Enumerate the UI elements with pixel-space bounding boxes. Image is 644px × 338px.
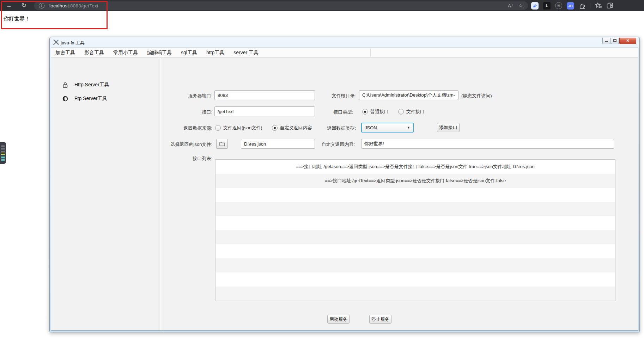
radio-file-api[interactable] bbox=[398, 109, 404, 115]
data-type-combobox[interactable]: JSON ▼ bbox=[361, 123, 414, 133]
api-list-label: 接口列表: bbox=[156, 155, 212, 162]
add-api-button[interactable]: 添加接口 bbox=[437, 123, 460, 132]
data-type-label: 返回数据类型: bbox=[314, 125, 356, 131]
address-bar[interactable]: i localhost:8083/getText A ☆+ bbox=[34, 1, 528, 10]
api-type-radio-group: 普通接口 文件接口 bbox=[362, 109, 425, 115]
custom-content-label: 自定义返回内容: bbox=[312, 141, 355, 148]
root-dir-label: 文件根目录: bbox=[314, 93, 356, 99]
menu-sql-tools[interactable]: sql工具 bbox=[181, 50, 197, 56]
static-access-note: (静态文件访问) bbox=[461, 93, 492, 99]
api-list-empty-row bbox=[215, 188, 615, 202]
side-dock-handle[interactable] bbox=[0, 142, 6, 164]
minimize-button[interactable] bbox=[602, 38, 610, 44]
server-port-label: 服务器端口: bbox=[156, 93, 212, 99]
menu-bar: 加密工具 影音工具 常用小工具 编解码工具 sql工具 http工具 serve… bbox=[51, 48, 638, 58]
menu-codec-tools[interactable]: 编解码工具 bbox=[147, 50, 172, 56]
data-source-label: 返回数据来源: bbox=[156, 125, 212, 131]
toolbar-separator bbox=[590, 3, 590, 8]
api-list[interactable]: ==>接口地址:/getJson==>返回类型:json==>是否是文件接口:f… bbox=[215, 159, 615, 301]
radio-custom-return-label: 自定义返回内容 bbox=[280, 125, 312, 131]
root-dir-input[interactable] bbox=[359, 90, 458, 100]
menu-common-tools[interactable]: 常用小工具 bbox=[113, 50, 138, 56]
title-bar[interactable]: java-fx 工具 ✕ bbox=[50, 37, 639, 48]
globe-icon bbox=[62, 96, 68, 102]
lock-icon bbox=[62, 82, 68, 88]
api-list-empty-row bbox=[215, 258, 615, 272]
radio-json-file-return-label: 文件返回(json文件) bbox=[223, 125, 262, 131]
bird-extension-icon[interactable] bbox=[531, 2, 539, 10]
browse-file-button[interactable] bbox=[216, 139, 228, 149]
chevron-down-icon: ▼ bbox=[407, 126, 410, 129]
api-list-item[interactable]: ==>接口地址:/getText==>返回类型:json==>是否是文件接口:f… bbox=[215, 174, 615, 188]
sidebar: Http Server工具 Ftp Server工具 bbox=[51, 58, 159, 330]
api-list-empty-row bbox=[215, 272, 615, 287]
json-file-input[interactable] bbox=[241, 139, 315, 149]
menu-server-tools[interactable]: server 工具 bbox=[233, 50, 259, 56]
window-title: java-fx 工具 bbox=[61, 40, 85, 46]
maximize-button[interactable] bbox=[611, 38, 619, 44]
menu-media-tools[interactable]: 影音工具 bbox=[84, 50, 104, 56]
favorites-bar-icon[interactable] bbox=[595, 2, 602, 9]
extensions-row: L ✳ JH bbox=[531, 0, 613, 11]
api-list-empty-row bbox=[215, 216, 615, 230]
radio-normal-api[interactable] bbox=[362, 109, 368, 115]
folder-icon bbox=[219, 142, 225, 146]
screen: ← ↻ i localhost:8083/getText A ☆+ L ✳ JH bbox=[0, 0, 644, 338]
server-port-input[interactable] bbox=[214, 90, 315, 100]
radio-custom-return[interactable] bbox=[272, 125, 278, 131]
custom-content-input[interactable] bbox=[361, 139, 614, 149]
data-source-radio-group: 文件返回(json文件) 自定义返回内容 bbox=[215, 125, 312, 131]
radio-json-file-return[interactable] bbox=[215, 125, 221, 131]
sidebar-item-label: Ftp Server工具 bbox=[74, 96, 107, 102]
tools-icon bbox=[53, 39, 59, 45]
api-type-label: 接口类型: bbox=[311, 109, 353, 115]
start-service-button[interactable]: 启动服务 bbox=[327, 315, 350, 324]
read-aloud-icon[interactable]: A bbox=[508, 3, 512, 8]
api-list-empty-row bbox=[215, 202, 615, 216]
api-list-empty-row bbox=[215, 230, 615, 244]
close-button[interactable]: ✕ bbox=[619, 38, 636, 44]
collections-icon[interactable] bbox=[607, 2, 613, 9]
json-file-label: 选择返回的json文件: bbox=[142, 141, 212, 148]
radio-normal-api-label: 普通接口 bbox=[370, 109, 389, 115]
api-list-empty-row bbox=[215, 244, 615, 258]
sidebar-item-ftp-server[interactable]: Ftp Server工具 bbox=[51, 93, 159, 104]
jh-extension-icon[interactable]: JH bbox=[567, 2, 574, 10]
api-list-empty-row bbox=[215, 287, 615, 301]
add-favorite-icon[interactable]: ☆+ bbox=[518, 2, 523, 9]
sidebar-item-http-server[interactable]: Http Server工具 bbox=[51, 80, 159, 90]
data-type-value: JSON bbox=[365, 125, 377, 130]
palm-extension-icon[interactable]: ✳ bbox=[555, 2, 562, 9]
api-label: 接口: bbox=[156, 109, 212, 115]
menu-http-tools[interactable]: http工具 bbox=[206, 50, 224, 56]
menu-encrypt-tools[interactable]: 加密工具 bbox=[55, 50, 75, 56]
sidebar-item-label: Http Server工具 bbox=[74, 82, 109, 88]
app-window: java-fx 工具 ✕ 加密工具 影音工具 常用小工具 编解码工具 sql工具… bbox=[49, 37, 640, 332]
red-annotation-box bbox=[1, 1, 108, 29]
api-input[interactable] bbox=[214, 106, 315, 116]
extensions-puzzle-icon[interactable] bbox=[579, 2, 585, 9]
api-list-item[interactable]: ==>接口地址:/getJson==>返回类型:json==>是否是文件接口:f… bbox=[215, 160, 615, 174]
window-content: 加密工具 影音工具 常用小工具 编解码工具 sql工具 http工具 serve… bbox=[51, 48, 638, 331]
l-extension-icon[interactable]: L bbox=[543, 2, 551, 10]
radio-file-api-label: 文件接口 bbox=[406, 109, 425, 115]
stop-service-button[interactable]: 停止服务 bbox=[369, 315, 391, 324]
menubar-separator bbox=[370, 49, 371, 57]
